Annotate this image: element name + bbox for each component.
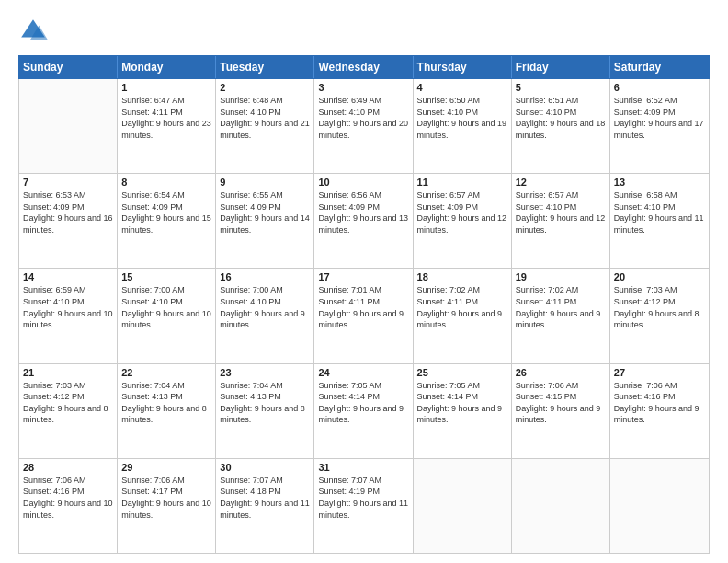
day-cell-20: 20Sunrise: 7:03 AM Sunset: 4:12 PM Dayli… <box>610 269 709 362</box>
day-number: 25 <box>417 367 507 378</box>
day-info: Sunrise: 7:00 AM Sunset: 4:10 PM Dayligh… <box>121 284 211 330</box>
day-cell-6: 6Sunrise: 6:52 AM Sunset: 4:09 PM Daylig… <box>610 79 709 173</box>
day-number: 31 <box>318 462 408 473</box>
calendar-body: 1Sunrise: 6:47 AM Sunset: 4:11 PM Daylig… <box>18 79 710 554</box>
calendar-header: SundayMondayTuesdayWednesdayThursdayFrid… <box>18 55 710 79</box>
day-info: Sunrise: 7:03 AM Sunset: 4:12 PM Dayligh… <box>23 380 113 426</box>
day-info: Sunrise: 6:50 AM Sunset: 4:10 PM Dayligh… <box>417 95 507 141</box>
day-number: 19 <box>516 271 606 282</box>
day-cell-29: 29Sunrise: 7:06 AM Sunset: 4:17 PM Dayli… <box>118 459 216 553</box>
day-info: Sunrise: 7:06 AM Sunset: 4:16 PM Dayligh… <box>614 380 705 426</box>
day-info: Sunrise: 7:02 AM Sunset: 4:11 PM Dayligh… <box>417 284 507 330</box>
day-cell-12: 12Sunrise: 6:57 AM Sunset: 4:10 PM Dayli… <box>512 174 610 268</box>
day-number: 27 <box>614 367 705 378</box>
day-number: 21 <box>23 367 113 378</box>
day-info: Sunrise: 6:49 AM Sunset: 4:10 PM Dayligh… <box>318 95 408 141</box>
weekday-header-wednesday: Wednesday <box>314 56 413 78</box>
day-cell-13: 13Sunrise: 6:58 AM Sunset: 4:10 PM Dayli… <box>610 174 709 268</box>
day-info: Sunrise: 7:05 AM Sunset: 4:14 PM Dayligh… <box>318 380 408 426</box>
weekday-header-monday: Monday <box>118 56 216 78</box>
day-cell-14: 14Sunrise: 6:59 AM Sunset: 4:10 PM Dayli… <box>19 269 118 362</box>
day-info: Sunrise: 7:06 AM Sunset: 4:15 PM Dayligh… <box>516 380 606 426</box>
day-number: 4 <box>417 82 507 93</box>
day-cell-26: 26Sunrise: 7:06 AM Sunset: 4:15 PM Dayli… <box>512 364 610 458</box>
day-number: 24 <box>318 367 408 378</box>
day-info: Sunrise: 7:06 AM Sunset: 4:16 PM Dayligh… <box>23 475 113 521</box>
day-info: Sunrise: 6:51 AM Sunset: 4:10 PM Dayligh… <box>516 95 606 141</box>
logo <box>18 17 51 46</box>
day-cell-8: 8Sunrise: 6:54 AM Sunset: 4:09 PM Daylig… <box>118 174 216 268</box>
weekday-header-thursday: Thursday <box>414 56 512 78</box>
day-cell-22: 22Sunrise: 7:04 AM Sunset: 4:13 PM Dayli… <box>118 364 216 458</box>
header <box>18 17 710 46</box>
day-number: 2 <box>220 82 310 93</box>
day-info: Sunrise: 6:54 AM Sunset: 4:09 PM Dayligh… <box>121 190 211 236</box>
day-number: 5 <box>516 82 606 93</box>
day-info: Sunrise: 6:53 AM Sunset: 4:09 PM Dayligh… <box>23 190 113 236</box>
day-cell-24: 24Sunrise: 7:05 AM Sunset: 4:14 PM Dayli… <box>314 364 413 458</box>
day-info: Sunrise: 6:57 AM Sunset: 4:09 PM Dayligh… <box>417 190 507 236</box>
day-info: Sunrise: 6:56 AM Sunset: 4:09 PM Dayligh… <box>318 190 408 236</box>
day-number: 22 <box>121 367 211 378</box>
calendar-week-1: 1Sunrise: 6:47 AM Sunset: 4:11 PM Daylig… <box>19 79 709 174</box>
day-info: Sunrise: 6:58 AM Sunset: 4:10 PM Dayligh… <box>614 190 705 236</box>
empty-cell <box>610 459 709 553</box>
calendar: SundayMondayTuesdayWednesdayThursdayFrid… <box>18 55 710 554</box>
day-number: 9 <box>220 177 310 188</box>
day-info: Sunrise: 7:00 AM Sunset: 4:10 PM Dayligh… <box>220 284 310 330</box>
day-number: 30 <box>220 462 310 473</box>
day-cell-25: 25Sunrise: 7:05 AM Sunset: 4:14 PM Dayli… <box>414 364 512 458</box>
day-info: Sunrise: 6:47 AM Sunset: 4:11 PM Dayligh… <box>121 95 211 141</box>
day-info: Sunrise: 6:52 AM Sunset: 4:09 PM Dayligh… <box>614 95 705 141</box>
calendar-week-2: 7Sunrise: 6:53 AM Sunset: 4:09 PM Daylig… <box>19 174 709 269</box>
day-number: 23 <box>220 367 310 378</box>
day-number: 15 <box>121 271 211 282</box>
day-cell-9: 9Sunrise: 6:55 AM Sunset: 4:09 PM Daylig… <box>216 174 314 268</box>
day-info: Sunrise: 7:05 AM Sunset: 4:14 PM Dayligh… <box>417 380 507 426</box>
empty-cell <box>512 459 610 553</box>
day-cell-10: 10Sunrise: 6:56 AM Sunset: 4:09 PM Dayli… <box>314 174 413 268</box>
weekday-header-sunday: Sunday <box>19 56 118 78</box>
day-cell-1: 1Sunrise: 6:47 AM Sunset: 4:11 PM Daylig… <box>118 79 216 173</box>
day-number: 16 <box>220 271 310 282</box>
day-info: Sunrise: 7:03 AM Sunset: 4:12 PM Dayligh… <box>614 284 705 330</box>
empty-cell <box>19 79 118 173</box>
day-info: Sunrise: 7:06 AM Sunset: 4:17 PM Dayligh… <box>121 475 211 521</box>
day-number: 28 <box>23 462 113 473</box>
day-number: 26 <box>516 367 606 378</box>
day-cell-21: 21Sunrise: 7:03 AM Sunset: 4:12 PM Dayli… <box>19 364 118 458</box>
day-number: 7 <box>23 177 113 188</box>
day-number: 12 <box>516 177 606 188</box>
day-number: 6 <box>614 82 705 93</box>
day-info: Sunrise: 7:04 AM Sunset: 4:13 PM Dayligh… <box>220 380 310 426</box>
day-cell-18: 18Sunrise: 7:02 AM Sunset: 4:11 PM Dayli… <box>414 269 512 362</box>
weekday-header-saturday: Saturday <box>610 56 709 78</box>
calendar-week-5: 28Sunrise: 7:06 AM Sunset: 4:16 PM Dayli… <box>19 459 709 553</box>
day-cell-23: 23Sunrise: 7:04 AM Sunset: 4:13 PM Dayli… <box>216 364 314 458</box>
day-info: Sunrise: 6:48 AM Sunset: 4:10 PM Dayligh… <box>220 95 310 141</box>
day-number: 8 <box>121 177 211 188</box>
day-number: 10 <box>318 177 408 188</box>
day-number: 11 <box>417 177 507 188</box>
day-info: Sunrise: 6:57 AM Sunset: 4:10 PM Dayligh… <box>516 190 606 236</box>
day-cell-7: 7Sunrise: 6:53 AM Sunset: 4:09 PM Daylig… <box>19 174 118 268</box>
day-info: Sunrise: 7:07 AM Sunset: 4:19 PM Dayligh… <box>318 475 408 521</box>
page: SundayMondayTuesdayWednesdayThursdayFrid… <box>0 0 728 563</box>
day-cell-17: 17Sunrise: 7:01 AM Sunset: 4:11 PM Dayli… <box>314 269 413 362</box>
calendar-week-4: 21Sunrise: 7:03 AM Sunset: 4:12 PM Dayli… <box>19 364 709 459</box>
day-cell-30: 30Sunrise: 7:07 AM Sunset: 4:18 PM Dayli… <box>216 459 314 553</box>
day-number: 3 <box>318 82 408 93</box>
day-cell-19: 19Sunrise: 7:02 AM Sunset: 4:11 PM Dayli… <box>512 269 610 362</box>
day-number: 1 <box>121 82 211 93</box>
logo-icon <box>18 17 48 46</box>
day-number: 20 <box>614 271 705 282</box>
weekday-header-tuesday: Tuesday <box>216 56 314 78</box>
day-cell-2: 2Sunrise: 6:48 AM Sunset: 4:10 PM Daylig… <box>216 79 314 173</box>
day-cell-15: 15Sunrise: 7:00 AM Sunset: 4:10 PM Dayli… <box>118 269 216 362</box>
day-cell-4: 4Sunrise: 6:50 AM Sunset: 4:10 PM Daylig… <box>414 79 512 173</box>
day-info: Sunrise: 7:07 AM Sunset: 4:18 PM Dayligh… <box>220 475 310 521</box>
day-number: 13 <box>614 177 705 188</box>
calendar-week-3: 14Sunrise: 6:59 AM Sunset: 4:10 PM Dayli… <box>19 269 709 363</box>
day-cell-27: 27Sunrise: 7:06 AM Sunset: 4:16 PM Dayli… <box>610 364 709 458</box>
weekday-header-friday: Friday <box>512 56 610 78</box>
